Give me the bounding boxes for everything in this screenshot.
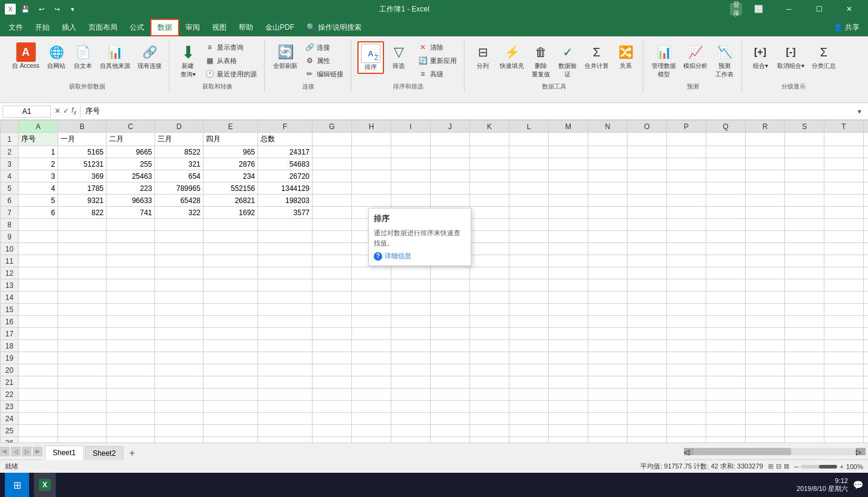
cell-e5[interactable]: 552156	[204, 182, 258, 195]
cell-b6[interactable]: 9321	[58, 195, 107, 207]
hscroll-right[interactable]: ▷	[856, 448, 866, 455]
cell-f4[interactable]: 26720	[258, 170, 313, 182]
cell-a1[interactable]: 序号	[19, 133, 58, 146]
cell-f7[interactable]: 3577	[258, 207, 313, 219]
insert-function-icon[interactable]: fx	[71, 106, 76, 116]
sheet-scroll-last[interactable]: ⊳	[33, 447, 42, 456]
col-header-k[interactable]: K	[470, 121, 509, 133]
cell-e3[interactable]: 2876	[204, 158, 258, 170]
filter-btn[interactable]: ▽ 筛选	[386, 41, 411, 72]
cell-e6[interactable]: 26821	[204, 195, 258, 207]
col-header-c[interactable]: C	[107, 121, 155, 133]
menu-search[interactable]: 🔍操作说明搜索	[300, 20, 368, 35]
validate-btn[interactable]: ✓ 数据验证	[555, 41, 580, 80]
cell-a5[interactable]: 4	[19, 182, 58, 195]
tooltip-link[interactable]: ? 详细信息	[374, 252, 466, 261]
cell-c1[interactable]: 二月	[107, 133, 155, 146]
menu-jinshan[interactable]: 金山PDF	[259, 20, 300, 35]
col-header-b[interactable]: B	[58, 121, 107, 133]
cell-h1[interactable]	[352, 133, 391, 146]
cell-b4[interactable]: 369	[58, 170, 107, 182]
relations-btn[interactable]: 🔀 关系	[614, 41, 638, 72]
start-button[interactable]: ⊞	[5, 473, 29, 497]
hscroll-left[interactable]: ◁	[684, 448, 694, 455]
notification-icon[interactable]: 💬	[853, 480, 863, 490]
advanced-btn[interactable]: ≡ 高级	[416, 68, 459, 80]
cell-f2[interactable]: 24317	[258, 146, 313, 158]
cell-a7[interactable]: 6	[19, 207, 58, 219]
sheet-scroll-next[interactable]: ▷	[22, 447, 31, 456]
login-button[interactable]: 登录	[730, 3, 742, 15]
what-if-btn[interactable]: 📈 模拟分析	[681, 41, 710, 72]
forecast-btn[interactable]: 📉 预测工作表	[712, 41, 737, 80]
zoom-in-btn[interactable]: +	[840, 463, 843, 470]
row-num-7[interactable]: 7	[1, 207, 19, 219]
remove-dup-btn[interactable]: 🗑 删除重复值	[529, 41, 553, 80]
cell-b3[interactable]: 51231	[58, 158, 107, 170]
cell-c3[interactable]: 255	[107, 158, 155, 170]
connection-btn[interactable]: 🔗 连接	[302, 41, 346, 53]
menu-data[interactable]: 数据	[150, 19, 179, 36]
menu-formula[interactable]: 公式	[124, 20, 150, 35]
cell-d1[interactable]: 三月	[155, 133, 204, 146]
text-btn[interactable]: 📄 自文本	[71, 41, 95, 72]
view-normal-btn[interactable]: ⊞	[768, 462, 774, 470]
menu-layout[interactable]: 页面布局	[82, 20, 124, 35]
cell-f1[interactable]: 总数	[258, 133, 313, 146]
cell-d2[interactable]: 8522	[155, 146, 204, 158]
cell-e7[interactable]: 1692	[204, 207, 258, 219]
clear-btn[interactable]: ✕ 清除	[416, 41, 459, 53]
cell-f3[interactable]: 54683	[258, 158, 313, 170]
view-preview-btn[interactable]: ⊠	[784, 462, 789, 470]
menu-insert[interactable]: 插入	[56, 20, 82, 35]
formula-expand-btn[interactable]: ▾	[853, 105, 866, 118]
col-header-q[interactable]: Q	[706, 121, 746, 133]
formula-input[interactable]: 序号	[83, 106, 853, 117]
subtotal-btn[interactable]: Σ 分类汇总	[809, 41, 838, 72]
col-header-h[interactable]: H	[352, 121, 391, 133]
cell-b1[interactable]: 一月	[58, 133, 107, 146]
cell-a4[interactable]: 3	[19, 170, 58, 182]
col-header-r[interactable]: R	[746, 121, 785, 133]
sort-btn[interactable]: A Z ↓ 排序	[357, 41, 384, 74]
cell-n1[interactable]	[588, 133, 628, 146]
cell-t1[interactable]	[824, 133, 864, 146]
other-source-btn[interactable]: 📊 自其他来源	[98, 41, 133, 72]
col-header-a[interactable]: A	[19, 121, 58, 133]
show-query-btn[interactable]: ≡ 显示查询	[202, 41, 259, 53]
cell-c4[interactable]: 25463	[107, 170, 155, 182]
menu-help[interactable]: 帮助	[233, 20, 259, 35]
confirm-formula-icon[interactable]: ✓	[63, 107, 69, 115]
cell-k1[interactable]	[470, 133, 509, 146]
cell-reference[interactable]: A1	[2, 105, 51, 118]
sheet-scroll-first[interactable]: ⊲	[0, 447, 10, 456]
sheet-tab-sheet2[interactable]: Sheet2	[85, 446, 124, 460]
group-btn[interactable]: [+] 组合▾	[748, 41, 772, 72]
menu-start[interactable]: 开始	[29, 20, 56, 35]
cell-f5[interactable]: 1344129	[258, 182, 313, 195]
add-sheet-btn[interactable]: +	[125, 447, 139, 460]
cell-c6[interactable]: 96633	[107, 195, 155, 207]
cell-j1[interactable]	[431, 133, 470, 146]
menu-file[interactable]: 文件	[2, 20, 29, 35]
cancel-formula-icon[interactable]: ✕	[55, 107, 61, 115]
cell-i1[interactable]	[391, 133, 431, 146]
cell-a3[interactable]: 2	[19, 158, 58, 170]
col-header-t[interactable]: T	[824, 121, 864, 133]
cell-c5[interactable]: 223	[107, 182, 155, 195]
customize-btn[interactable]: ▾	[67, 3, 79, 15]
cell-b7[interactable]: 822	[58, 207, 107, 219]
row-num-1[interactable]: 1	[1, 133, 19, 146]
cell-e1[interactable]: 四月	[204, 133, 258, 146]
cell-l1[interactable]	[509, 133, 549, 146]
col-header-e[interactable]: E	[204, 121, 258, 133]
col-header-j[interactable]: J	[431, 121, 470, 133]
layout-button[interactable]: ⬜	[744, 0, 772, 18]
minimize-button[interactable]: ─	[775, 0, 803, 18]
undo-button[interactable]: ↩	[35, 3, 47, 15]
existing-conn-btn[interactable]: 🔗 现有连接	[135, 41, 164, 72]
col-header-d[interactable]: D	[155, 121, 204, 133]
col-header-u[interactable]: U	[864, 121, 869, 133]
menu-review[interactable]: 审阅	[179, 20, 206, 35]
cell-d7[interactable]: 322	[155, 207, 204, 219]
